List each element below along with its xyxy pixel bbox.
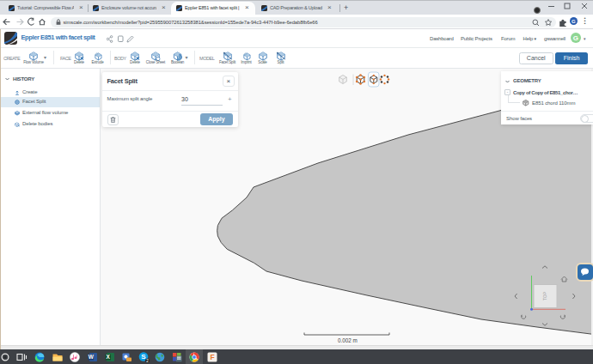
svg-text:F: F (210, 353, 214, 361)
svg-text:X: X (107, 354, 111, 360)
svg-text:W: W (89, 354, 95, 360)
